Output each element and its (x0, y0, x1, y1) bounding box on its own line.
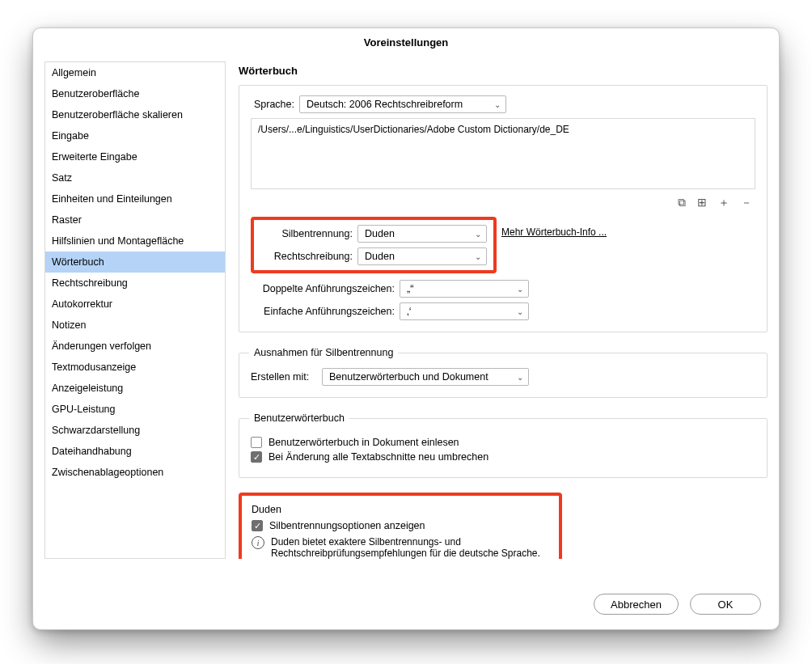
sidebar-item[interactable]: Dateihandhabung (45, 441, 225, 462)
language-select[interactable]: Deutsch: 2006 Rechtschreibreform ⌄ (299, 95, 506, 113)
compose-select[interactable]: Benutzerwörterbuch und Dokument ⌄ (322, 368, 529, 386)
dictionary-group: Sprache: Deutsch: 2006 Rechtschreibrefor… (239, 85, 768, 332)
sidebar-item[interactable]: Einheiten und Einteilungen (45, 188, 225, 209)
compose-value: Benutzerwörterbuch und Dokument (329, 371, 488, 383)
recompose-checkbox[interactable]: ✓ (251, 451, 262, 463)
category-sidebar: AllgemeinBenutzeroberflächeBenutzeroberf… (44, 61, 226, 559)
sidebar-item[interactable]: Anzeigeleistung (45, 378, 225, 399)
hyphenation-label: Silbentrennung: (260, 228, 357, 239)
recompose-label: Bei Änderung alle Textabschnitte neu umb… (269, 451, 488, 463)
sidebar-item[interactable]: Raster (45, 209, 225, 230)
sidebar-item[interactable]: Änderungen verfolgen (45, 336, 225, 357)
ok-button[interactable]: OK (690, 594, 761, 615)
duden-legend: Duden (252, 504, 549, 515)
sidebar-item[interactable]: Hilfslinien und Montagefläche (45, 230, 225, 252)
sidebar-item[interactable]: Schwarzdarstellung (45, 420, 225, 441)
compose-label: Erstellen mit: (251, 371, 322, 383)
show-hyphenation-options-checkbox[interactable]: ✓ (252, 520, 263, 531)
sidebar-item[interactable]: Rechtschreibung (45, 273, 225, 294)
dictionary-path: /Users/...e/Linguistics/UserDictionaries… (258, 124, 569, 135)
single-quotes-value: ‚‘ (407, 306, 412, 317)
more-dictionary-info-link[interactable]: Mehr Wörterbuch-Info ... (501, 226, 607, 238)
double-quotes-label: Doppelte Anführungszeichen: (251, 283, 400, 294)
new-dict-icon[interactable]: ⊞ (697, 196, 707, 210)
sidebar-item[interactable]: Benutzeroberfläche (45, 83, 225, 104)
main-panel: Wörterbuch Sprache: Deutsch: 2006 Rechts… (226, 61, 768, 559)
chevron-down-icon: ⌄ (517, 307, 523, 316)
sidebar-item[interactable]: Allgemein (45, 62, 225, 83)
merge-into-document-checkbox[interactable] (251, 437, 262, 448)
chevron-down-icon: ⌄ (517, 373, 523, 382)
hyphenation-select[interactable]: Duden ⌄ (357, 225, 487, 243)
duden-section-highlight: Duden ✓ Silbentrennungsoptionen anzeigen… (239, 493, 562, 559)
exceptions-legend: Ausnahmen für Silbentrennung (249, 347, 398, 358)
sidebar-item[interactable]: Zwischenablageoptionen (45, 462, 225, 483)
sidebar-item[interactable]: Wörterbuch (45, 252, 225, 273)
add-dict-icon[interactable]: ＋ (718, 196, 730, 210)
remove-dict-icon[interactable]: － (741, 196, 752, 210)
info-icon: i (252, 536, 264, 549)
user-dictionary-group: Benutzerwörterbuch Benutzerwörterbuch in… (239, 412, 768, 478)
duden-info-text: Duden bietet exaktere Silbentrennungs- u… (271, 536, 549, 559)
chevron-down-icon: ⌄ (475, 252, 481, 261)
language-value: Deutsch: 2006 Rechtschreibreform (307, 99, 463, 110)
cancel-button[interactable]: Abbrechen (594, 594, 679, 615)
merge-into-document-label: Benutzerwörterbuch in Dokument einlesen (269, 437, 459, 448)
sidebar-item[interactable]: Eingabe (45, 125, 225, 146)
sidebar-item[interactable]: Textmodusanzeige (45, 357, 225, 378)
panel-heading: Wörterbuch (239, 65, 768, 77)
preferences-dialog: Voreinstellungen AllgemeinBenutzeroberfl… (32, 27, 780, 630)
sidebar-item[interactable]: Erweiterte Eingabe (45, 146, 225, 167)
double-quotes-select[interactable]: „“ ⌄ (400, 280, 529, 298)
chevron-down-icon: ⌄ (475, 230, 481, 239)
spelling-label: Rechtschreibung: (260, 251, 357, 262)
single-quotes-label: Einfache Anführungszeichen: (251, 306, 400, 317)
duden-selects-highlight: Silbentrennung: Duden ⌄ Rechtschreibung:… (251, 217, 497, 273)
sidebar-item[interactable]: Notizen (45, 315, 225, 336)
sidebar-item[interactable]: Autokorrektur (45, 294, 225, 315)
hyphenation-value: Duden (365, 228, 395, 239)
chevron-down-icon: ⌄ (494, 100, 501, 109)
spelling-select[interactable]: Duden ⌄ (357, 247, 487, 265)
sidebar-item[interactable]: Satz (45, 167, 225, 188)
userdict-legend: Benutzerwörterbuch (249, 412, 349, 424)
show-hyphenation-options-label: Silbentrennungsoptionen anzeigen (269, 520, 425, 531)
language-label: Sprache: (251, 99, 299, 110)
dictionary-path-list[interactable]: /Users/...e/Linguistics/UserDictionaries… (251, 118, 755, 189)
hyphenation-exceptions-group: Ausnahmen für Silbentrennung Erstellen m… (239, 347, 768, 398)
relink-icon[interactable]: ⧉ (678, 196, 686, 210)
sidebar-item[interactable]: Benutzeroberfläche skalieren (45, 104, 225, 125)
spelling-value: Duden (365, 251, 395, 262)
sidebar-item[interactable]: GPU-Leistung (45, 399, 225, 420)
chevron-down-icon: ⌄ (517, 285, 523, 294)
single-quotes-select[interactable]: ‚‘ ⌄ (400, 302, 529, 320)
dialog-title: Voreinstellungen (33, 28, 779, 55)
double-quotes-value: „“ (407, 283, 413, 294)
